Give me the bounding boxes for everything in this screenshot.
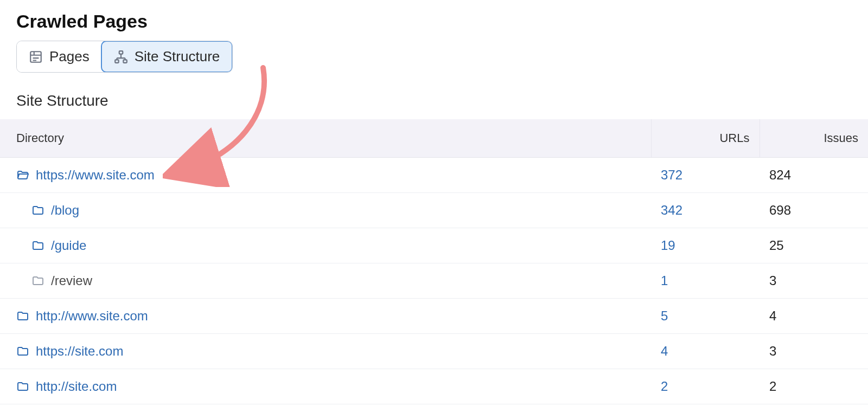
svg-rect-6 bbox=[115, 60, 119, 62]
issues-count: 698 bbox=[769, 203, 791, 217]
section-heading: Site Structure bbox=[16, 92, 852, 109]
directory-link[interactable]: https://site.com bbox=[36, 344, 123, 359]
table-row: /blog342698 bbox=[0, 193, 868, 228]
directory-link[interactable]: /guide bbox=[51, 238, 86, 253]
tab-site-structure[interactable]: Site Structure bbox=[101, 41, 233, 73]
folder-icon bbox=[16, 380, 29, 393]
column-header-urls: URLs bbox=[651, 119, 760, 158]
urls-count-link[interactable]: 372 bbox=[661, 167, 682, 182]
table-row: /guide1925 bbox=[0, 228, 868, 263]
tab-pages[interactable]: Pages bbox=[17, 41, 101, 72]
urls-count-link[interactable]: 342 bbox=[661, 203, 682, 217]
folder-icon bbox=[16, 345, 29, 358]
site-structure-table: Directory URLs Issues https://www.site.c… bbox=[0, 119, 868, 404]
column-header-issues: Issues bbox=[760, 119, 868, 158]
urls-count-link[interactable]: 2 bbox=[661, 379, 668, 394]
urls-count-link[interactable]: 19 bbox=[661, 238, 675, 253]
directory-link[interactable]: http://site.com bbox=[36, 379, 117, 394]
pages-icon bbox=[29, 50, 43, 64]
table-row: http://site.com22 bbox=[0, 369, 868, 404]
folder-open-icon bbox=[16, 169, 29, 182]
issues-count: 4 bbox=[769, 308, 776, 323]
folder-icon bbox=[31, 239, 44, 252]
table-row: http://www.site.com54 bbox=[0, 299, 868, 334]
issues-count: 3 bbox=[769, 273, 776, 288]
column-header-directory: Directory bbox=[0, 119, 651, 158]
issues-count: 824 bbox=[769, 167, 791, 182]
issues-count: 25 bbox=[769, 238, 784, 253]
directory-link[interactable]: https://www.site.com bbox=[36, 167, 155, 183]
view-tabs: Pages Site Structure bbox=[16, 41, 233, 73]
issues-count: 2 bbox=[769, 379, 776, 394]
svg-rect-7 bbox=[123, 60, 127, 62]
sitemap-icon bbox=[114, 50, 128, 64]
urls-count-link[interactable]: 5 bbox=[661, 308, 668, 323]
table-row: https://site.com43 bbox=[0, 334, 868, 369]
directory-link[interactable]: /blog bbox=[51, 203, 79, 218]
tab-site-structure-label: Site Structure bbox=[135, 48, 220, 65]
table-row: /review13 bbox=[0, 263, 868, 299]
tab-pages-label: Pages bbox=[49, 48, 90, 65]
folder-icon bbox=[31, 204, 44, 217]
issues-count: 3 bbox=[769, 344, 776, 358]
folder-icon bbox=[31, 274, 44, 287]
urls-count-link[interactable]: 4 bbox=[661, 344, 668, 358]
directory-link[interactable]: /review bbox=[51, 273, 92, 288]
urls-count-link[interactable]: 1 bbox=[661, 273, 668, 288]
folder-icon bbox=[16, 310, 29, 323]
svg-rect-5 bbox=[119, 51, 123, 54]
directory-link[interactable]: http://www.site.com bbox=[36, 308, 148, 324]
page-title: Crawled Pages bbox=[16, 11, 852, 32]
table-row: https://www.site.com372824 bbox=[0, 158, 868, 193]
